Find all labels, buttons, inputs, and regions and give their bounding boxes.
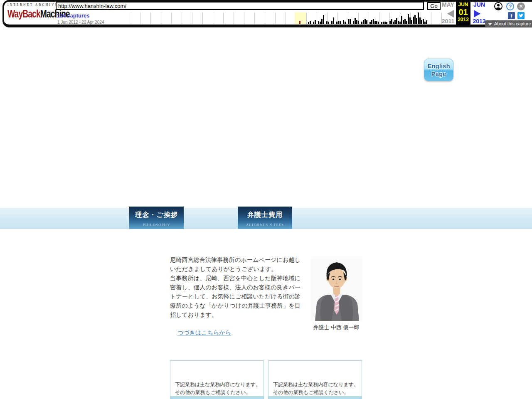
about-this-capture-button[interactable]: About this capture (485, 20, 532, 27)
help-icon[interactable]: ? (506, 2, 514, 10)
capture-frequency-bar[interactable] (308, 22, 309, 24)
capture-frequency-bar[interactable] (323, 15, 324, 24)
capture-frequency-bar[interactable] (386, 22, 387, 24)
capture-frequency-bar[interactable] (369, 22, 371, 24)
wayback-machine-wordmark: WayBackMachine (7, 7, 49, 20)
nav-item-attorneys-fees[interactable]: 弁護士費用 ATTORNEY'S FEES (238, 207, 292, 229)
capture-frequency-bar[interactable] (423, 19, 424, 24)
capture-frequency-bar[interactable] (393, 22, 394, 24)
capture-frequency-bar[interactable] (399, 22, 401, 24)
capture-frequency-bar[interactable] (340, 21, 341, 24)
current-year-label: 2012 (456, 17, 470, 22)
capture-frequency-bar[interactable] (345, 22, 346, 24)
capture-frequency-bar[interactable] (394, 20, 396, 24)
timeline-gridline (130, 12, 130, 24)
capture-frequency-bar[interactable] (320, 22, 321, 24)
capture-frequency-bar[interactable] (366, 20, 367, 24)
capture-timeline-sparkline[interactable] (125, 12, 441, 25)
capture-frequency-bar[interactable] (421, 20, 422, 24)
timeline-gridline (317, 12, 317, 24)
capture-frequency-bar[interactable] (331, 21, 332, 24)
capture-frequency-bar[interactable] (419, 17, 421, 24)
capture-frequency-bar[interactable] (389, 21, 391, 24)
capture-frequency-bar[interactable] (321, 19, 323, 24)
timeline-gridline (202, 12, 203, 24)
close-toolbar-icon[interactable]: ✕ (517, 2, 525, 10)
capture-frequency-bar[interactable] (365, 19, 366, 24)
nav-item-philosophy[interactable]: 理念・ご挨拶 PHILOSOPHY (129, 207, 184, 229)
capture-frequency-bar[interactable] (310, 21, 311, 24)
capture-frequency-bar[interactable] (409, 17, 411, 24)
go-button[interactable]: Go (427, 2, 441, 10)
capture-frequency-bar[interactable] (376, 21, 377, 24)
url-input[interactable] (56, 2, 424, 10)
timeline-gridline (192, 12, 192, 24)
english-page-button[interactable]: English Page (424, 59, 453, 81)
capture-frequency-bar[interactable] (338, 21, 339, 24)
capture-frequency-bar[interactable] (416, 18, 417, 24)
service-box-line-1: 下記業務は主な業務内容になります。 (273, 381, 359, 389)
capture-frequency-bar[interactable] (424, 22, 426, 24)
timeline-gridline (234, 12, 234, 24)
capture-frequency-bar[interactable] (343, 20, 344, 24)
capture-frequency-bar[interactable] (414, 15, 416, 24)
prev-year-label: 2011 (441, 18, 455, 25)
service-box: 下記業務は主な業務内容になります。 その他の業務もご相談ください。 (268, 360, 362, 399)
next-month-label: JUN (472, 1, 486, 8)
timeline-gridline (431, 12, 431, 24)
capture-frequency-bar[interactable] (355, 18, 356, 24)
lawyer-photo (311, 256, 362, 321)
timeline-gridline (182, 12, 182, 24)
capture-frequency-bar[interactable] (363, 20, 364, 24)
capture-frequency-bar[interactable] (391, 19, 392, 24)
timeline-gridline (265, 12, 265, 24)
capture-frequency-bar[interactable] (348, 19, 349, 24)
capture-frequency-bar[interactable] (418, 12, 419, 24)
capture-frequency-bar[interactable] (374, 21, 376, 24)
capture-frequency-bar[interactable] (383, 22, 384, 24)
capture-frequency-bar[interactable] (411, 20, 412, 24)
capture-frequency-bar[interactable] (373, 19, 374, 24)
capture-frequency-bar[interactable] (384, 22, 386, 24)
capture-frequency-bar[interactable] (318, 21, 319, 24)
capture-frequency-bar[interactable] (426, 20, 427, 24)
captures-count-link[interactable]: 124 captures (57, 12, 90, 19)
current-day-label: 01 (456, 7, 470, 17)
capture-frequency-bar[interactable] (326, 21, 328, 24)
capture-frequency-bar[interactable] (313, 22, 314, 24)
capture-frequency-bar[interactable] (378, 22, 379, 24)
capture-frequency-bar[interactable] (336, 22, 337, 24)
page: INTERNET ARCHIVE WayBackMachine Go 124 c… (0, 0, 532, 399)
capture-frequency-bar[interactable] (333, 17, 334, 24)
read-more-link[interactable]: つづきはこちらから (177, 329, 231, 337)
capture-frequency-bar[interactable] (353, 21, 354, 24)
capture-frequency-bar[interactable] (404, 19, 406, 24)
service-box-line-1: 下記業務は主な業務内容になります。 (175, 381, 261, 389)
timeline-gridline (379, 12, 379, 24)
facebook-share-icon[interactable]: f (508, 12, 515, 19)
capture-frequency-bar[interactable] (403, 20, 404, 24)
profile-icon[interactable] (494, 2, 502, 10)
timeline-gridline (161, 12, 161, 24)
capture-frequency-bar[interactable] (350, 19, 351, 24)
capture-frequency-bar[interactable] (371, 20, 372, 24)
capture-frequency-bar[interactable] (356, 20, 357, 24)
timeline-gridline (275, 12, 276, 24)
capture-frequency-bar[interactable] (408, 14, 409, 24)
capture-frequency-bar[interactable] (413, 17, 414, 24)
capture-frequency-bar[interactable] (315, 20, 316, 24)
service-box-bottom-strip (268, 396, 362, 399)
capture-frequency-bar[interactable] (328, 22, 329, 24)
capture-frequency-bar[interactable] (381, 22, 382, 24)
previous-capture-arrow-icon[interactable] (447, 10, 454, 17)
capture-frequency-bar[interactable] (361, 22, 362, 24)
timeline-gridline (286, 12, 286, 24)
capture-frequency-bar[interactable] (358, 21, 359, 24)
wayback-logo[interactable]: INTERNET ARCHIVE WayBackMachine (7, 3, 53, 17)
capture-frequency-bar[interactable] (398, 21, 399, 24)
capture-frequency-bar[interactable] (401, 16, 402, 24)
capture-frequency-bar[interactable] (396, 18, 397, 24)
next-capture-arrow-icon[interactable] (474, 10, 480, 17)
twitter-share-icon[interactable] (517, 12, 525, 19)
capture-frequency-bar[interactable] (406, 21, 407, 24)
